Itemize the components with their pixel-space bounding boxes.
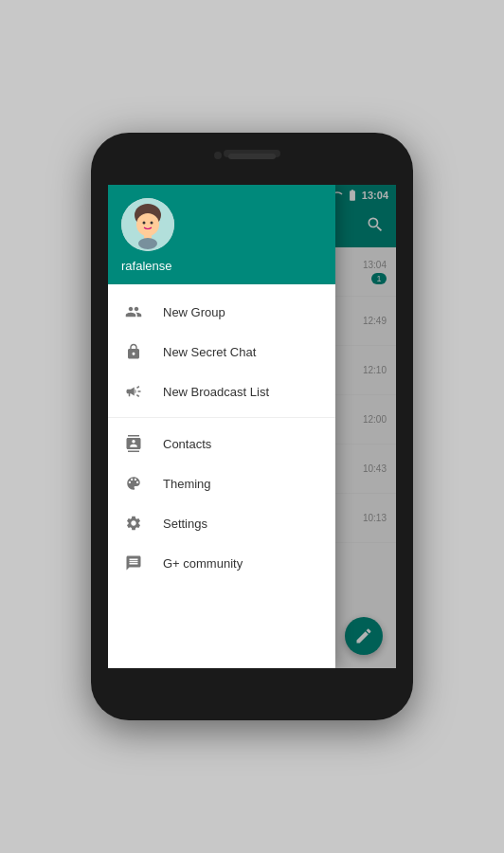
people-icon <box>123 301 144 322</box>
menu-item-settings[interactable]: Settings <box>108 503 335 543</box>
phone-screen: 13:04 Chat 1 Hey there! 13:04 1 <box>108 185 396 668</box>
user-avatar-image <box>121 198 174 251</box>
new-group-label: New Group <box>163 305 225 319</box>
menu-section-nav: Contacts Theming Settings <box>108 424 335 583</box>
menu-item-new-secret-chat[interactable]: New Secret Chat <box>108 332 335 372</box>
navigation-drawer: rafalense New Group N <box>108 185 335 668</box>
svg-point-4 <box>151 222 153 225</box>
broadcast-icon <box>123 381 144 402</box>
menu-item-contacts[interactable]: Contacts <box>108 424 335 463</box>
contacts-label: Contacts <box>163 437 211 451</box>
svg-point-6 <box>138 238 157 249</box>
drawer-username: rafalense <box>121 259 322 273</box>
community-icon <box>123 553 144 573</box>
drawer-header: rafalense <box>108 185 335 284</box>
svg-point-3 <box>143 222 146 225</box>
settings-icon <box>123 513 144 534</box>
contacts-icon <box>123 433 144 454</box>
menu-item-new-group[interactable]: New Group <box>108 292 335 332</box>
palette-icon <box>123 473 144 494</box>
new-secret-chat-label: New Secret Chat <box>163 345 256 359</box>
phone-frame: 13:04 Chat 1 Hey there! 13:04 1 <box>91 133 413 720</box>
phone-speaker <box>228 154 276 159</box>
theming-label: Theming <box>163 477 211 491</box>
menu-item-theming[interactable]: Theming <box>108 463 335 503</box>
phone-camera <box>214 152 222 159</box>
settings-label: Settings <box>163 517 207 531</box>
menu-section-create: New Group New Secret Chat New Broadcast … <box>108 292 335 418</box>
menu-item-community[interactable]: G+ community <box>108 543 335 583</box>
community-label: G+ community <box>163 556 243 571</box>
svg-point-2 <box>136 213 159 236</box>
new-broadcast-label: New Broadcast List <box>163 385 269 399</box>
avatar <box>121 198 174 251</box>
drawer-menu: New Group New Secret Chat New Broadcast … <box>108 284 335 668</box>
menu-item-new-broadcast[interactable]: New Broadcast List <box>108 372 335 411</box>
lock-icon <box>123 341 144 362</box>
